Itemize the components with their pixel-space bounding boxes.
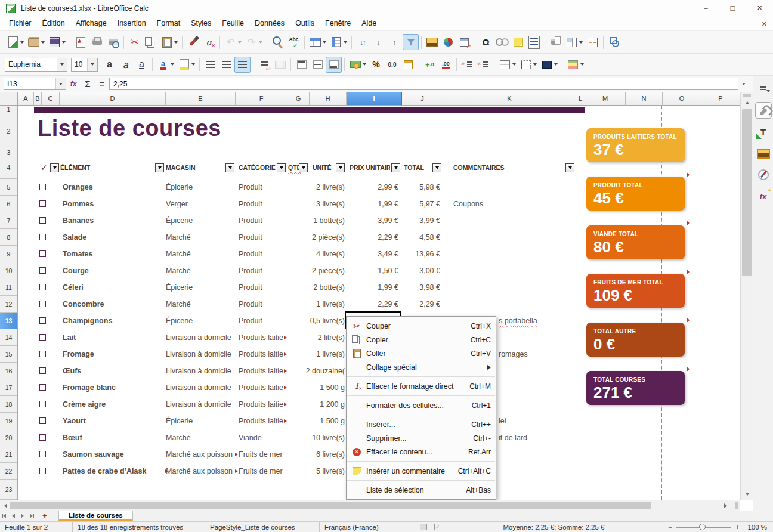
cell-magasin[interactable]: Verger (166, 196, 235, 212)
zoom-slider-handle[interactable] (699, 524, 706, 530)
cell-quantite[interactable]: 6 livre(s) (274, 446, 345, 463)
column-header-E[interactable]: E (166, 92, 236, 106)
cell-element[interactable]: Salade (63, 229, 86, 246)
cell-total[interactable]: 13,96 € (395, 246, 440, 262)
cell-commentaires[interactable]: s portabella (499, 313, 537, 329)
cell-quantite[interactable]: 3 livre(s) (274, 196, 345, 212)
sort-descending-icon[interactable] (386, 34, 403, 50)
cell-magasin[interactable]: Livraison à domicile (166, 379, 235, 396)
menubar-item-0[interactable]: Fichier (4, 17, 37, 30)
row-header-6[interactable]: 6 (0, 196, 17, 212)
cell-quantite[interactable]: 1 livre(s) (274, 296, 345, 313)
cell-element[interactable]: Bœuf (63, 429, 82, 446)
close-document-icon[interactable] (762, 18, 767, 29)
cell-prix-unitaire[interactable]: 1,99 € (352, 196, 398, 212)
context-menu-item-15[interactable]: Liste de sélectionAlt+Bas (347, 483, 496, 497)
column-header-D[interactable]: D (60, 92, 166, 106)
column-header-J[interactable]: J (402, 92, 443, 106)
menubar-item-10[interactable]: Aide (356, 17, 382, 30)
insert-comment-icon[interactable] (510, 34, 526, 50)
align-bottom-icon[interactable] (326, 57, 342, 73)
grid-content[interactable]: Liste de courses ÉLÉMENT MAGASIN CATÉGOR… (18, 106, 740, 500)
cell-magasin[interactable]: Livraison à domicile (166, 396, 235, 413)
save-icon[interactable] (47, 34, 63, 50)
row-header-16[interactable]: 16 (0, 363, 17, 379)
filter-dropdown-unite-icon[interactable] (336, 163, 345, 172)
cell-element[interactable]: Tomates (63, 246, 92, 262)
print-area-icon[interactable] (548, 34, 564, 50)
column-header-I[interactable]: I (347, 92, 402, 106)
column-header-M[interactable]: M (585, 92, 626, 106)
first-sheet-icon[interactable] (0, 511, 9, 521)
row-checkbox[interactable] (39, 367, 46, 374)
row-checkbox[interactable] (39, 301, 46, 307)
row-checkbox[interactable] (39, 200, 46, 207)
scroll-left-icon[interactable] (1, 500, 10, 511)
cell-quantite[interactable]: 2 botte(s) (274, 279, 345, 296)
cell-total[interactable]: 3,99 € (395, 212, 440, 229)
maximize-button[interactable] (719, 0, 746, 16)
context-menu-item-10[interactable]: Supprimer...Ctrl+- (347, 431, 496, 445)
menubar-item-3[interactable]: Insertion (112, 17, 151, 30)
context-menu-item-3[interactable]: Collage spécial (347, 360, 496, 374)
row-checkbox[interactable] (39, 184, 46, 190)
summary-card-5[interactable]: TOTAL COURSES271 € (586, 371, 685, 405)
bold-icon[interactable] (101, 57, 118, 73)
combo-dropdown-icon[interactable] (87, 58, 97, 71)
horizontal-scroll-thumb[interactable] (10, 502, 651, 509)
cell-magasin[interactable]: Marché (166, 429, 235, 446)
row-checkbox[interactable] (39, 401, 46, 407)
font-size-input[interactable] (72, 58, 87, 71)
context-menu-item-5[interactable]: Effacer le formatage directCtrl+M (347, 379, 496, 393)
row-header-7[interactable]: 7 (0, 212, 17, 229)
filter-dropdown-total-icon[interactable] (432, 163, 441, 172)
scroll-down-icon[interactable] (741, 489, 753, 499)
filter-dropdown-commentaires-icon[interactable] (565, 163, 574, 172)
status-language[interactable]: Français (France) (320, 522, 416, 532)
cell-prix-unitaire[interactable]: 2,99 € (352, 179, 398, 196)
cell-element[interactable]: Lait (63, 329, 76, 346)
cell-commentaires[interactable]: romages (499, 346, 528, 363)
highlight-color-icon[interactable] (176, 57, 192, 73)
border-color-icon[interactable] (539, 57, 555, 73)
summary-card-0[interactable]: PRODUITS LAITIERS TOTAL37 € (586, 128, 685, 162)
copy-icon[interactable] (143, 34, 159, 50)
filter-dropdown-categorie-icon[interactable] (277, 163, 286, 172)
print-icon[interactable] (89, 34, 105, 50)
column-header-L[interactable]: L (576, 92, 585, 106)
row-checkbox[interactable] (39, 317, 46, 324)
cell-quantite[interactable]: 4 livre(s) (274, 246, 345, 262)
cell-element[interactable]: Saumon sauvage (63, 446, 124, 463)
menubar-item-9[interactable]: Fenêtre (320, 17, 356, 30)
cell-quantite[interactable]: 10 livre(s) (274, 429, 345, 446)
row-header-18[interactable]: 18 (0, 396, 17, 413)
cell-element[interactable]: Bananes (63, 212, 94, 229)
split-handle-icon[interactable] (735, 502, 738, 509)
increase-indent-icon[interactable] (459, 57, 475, 73)
column-header-H[interactable]: H (310, 92, 347, 106)
delete-decimal-icon[interactable] (438, 57, 454, 73)
cell-total[interactable]: 5,97 € (395, 196, 440, 212)
cell-magasin[interactable]: Marché (166, 296, 235, 313)
border-style-icon[interactable] (518, 57, 534, 73)
cell-element[interactable]: Crème aigre (63, 396, 106, 413)
row-header-20[interactable]: 20 (0, 429, 17, 446)
summary-card-1[interactable]: PRODUIT TOTAL45 € (586, 177, 685, 211)
scroll-right-icon[interactable] (721, 500, 729, 511)
freeze-panes-icon[interactable] (564, 34, 580, 50)
cell-total[interactable]: 3,00 € (395, 262, 440, 279)
filter-dropdown-prix-icon[interactable] (391, 163, 400, 172)
sort-ascending-icon[interactable] (370, 34, 386, 50)
horizontal-scrollbar[interactable] (0, 500, 740, 511)
last-sheet-icon[interactable] (27, 511, 36, 521)
row-header-1[interactable]: 1 (0, 106, 17, 113)
next-sheet-icon[interactable] (18, 511, 27, 521)
row-checkbox[interactable] (39, 284, 46, 290)
cell-quantite[interactable]: 2 livre(s) (274, 179, 345, 196)
find-replace-icon[interactable] (270, 34, 286, 50)
sort-icon[interactable] (354, 34, 370, 50)
row-header-10[interactable]: 10 (0, 262, 17, 279)
selection-mode-icon[interactable] (433, 524, 443, 531)
insert-mode-icon[interactable] (419, 524, 428, 531)
context-menu-item-1[interactable]: CopierCtrl+C (347, 333, 496, 347)
